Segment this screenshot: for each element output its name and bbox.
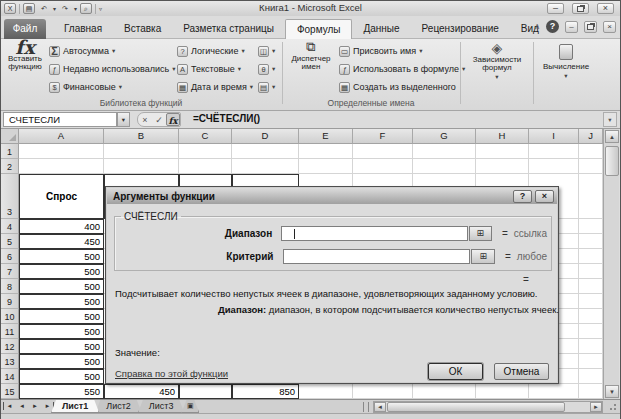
undo-icon[interactable]: ↶ bbox=[38, 3, 50, 14]
cell-A7[interactable]: 500 bbox=[19, 264, 104, 279]
cell-C1[interactable] bbox=[179, 144, 232, 159]
cell-A4[interactable]: 400 bbox=[19, 219, 104, 234]
sheet-tab-list3[interactable]: Лист3 bbox=[138, 400, 185, 413]
col-header-D[interactable]: D bbox=[232, 129, 299, 144]
cell-A15[interactable]: 550 bbox=[19, 384, 104, 399]
cell-F1[interactable] bbox=[353, 144, 413, 159]
range-input[interactable] bbox=[281, 226, 467, 241]
cell-J12[interactable] bbox=[579, 339, 603, 354]
function-help-link[interactable]: Справка по этой функции bbox=[115, 368, 228, 379]
cell-A3[interactable]: Спрос bbox=[19, 174, 104, 219]
col-header-A[interactable]: A bbox=[19, 129, 104, 144]
expand-formula-bar-icon[interactable]: ▾ bbox=[603, 112, 617, 127]
cell-B15[interactable]: 450 bbox=[104, 384, 179, 399]
redo-icon[interactable]: ↷ bbox=[59, 3, 71, 14]
logical-button[interactable]: ? Логические ▾ bbox=[177, 43, 245, 59]
customize-qat-arrow[interactable]: ▿ bbox=[99, 5, 102, 12]
col-header-I[interactable]: I bbox=[529, 129, 579, 144]
define-name-button[interactable]: ▭ Присвоить имя ▾ bbox=[339, 43, 422, 59]
resize-grip[interactable] bbox=[608, 402, 618, 412]
workbook-minimize-button[interactable]: – bbox=[565, 21, 578, 33]
calculation-button[interactable]: Вычисление ▾ bbox=[537, 41, 595, 80]
cell-C15[interactable] bbox=[179, 384, 232, 399]
tab-insert[interactable]: Вставка bbox=[113, 19, 172, 39]
print-preview-icon[interactable]: ⌕ bbox=[80, 3, 92, 14]
workbook-restore-button[interactable] bbox=[584, 21, 597, 33]
cell-J2[interactable] bbox=[579, 159, 603, 174]
name-box-dropdown-arrow[interactable]: ▾ bbox=[117, 112, 130, 127]
title-bar[interactable]: X ▤ ↶▾ ↷▾ ⌕ ▿ Книга1 - Microsoft Excel –… bbox=[1, 1, 620, 16]
tab-area-splitter[interactable] bbox=[363, 402, 369, 412]
cell-H1[interactable] bbox=[476, 144, 529, 159]
row-header-4[interactable]: 4 bbox=[1, 219, 19, 234]
math-trig-button[interactable]: θ ▾ bbox=[258, 61, 275, 77]
cell-A8[interactable]: 500 bbox=[19, 279, 104, 294]
cell-D15[interactable]: 850 bbox=[232, 384, 299, 399]
scroll-down-icon[interactable]: ▼ bbox=[605, 385, 619, 398]
formula-auditing-button[interactable]: ◈ Зависимости формул ▾ bbox=[464, 41, 530, 81]
row-header-9[interactable]: 9 bbox=[1, 294, 19, 309]
cell-J15[interactable] bbox=[579, 384, 603, 399]
sheet-tab-list1[interactable]: Лист1 bbox=[51, 400, 99, 413]
cell-I15[interactable] bbox=[529, 384, 579, 399]
scroll-right-icon[interactable]: ► bbox=[590, 402, 602, 412]
lookup-reference-button[interactable]: ◫ ▾ bbox=[258, 43, 275, 59]
cell-J1[interactable] bbox=[579, 144, 603, 159]
row-header-1[interactable]: 1 bbox=[1, 144, 19, 159]
insert-function-icon[interactable]: fx bbox=[166, 113, 180, 126]
cell-A1[interactable] bbox=[19, 144, 104, 159]
row-header-12[interactable]: 12 bbox=[1, 339, 19, 354]
ok-button[interactable]: ОК bbox=[428, 363, 483, 380]
cell-E15[interactable] bbox=[299, 384, 353, 399]
col-header-C[interactable]: C bbox=[179, 129, 232, 144]
insert-function-button[interactable]: fx Вставить функцию bbox=[5, 41, 45, 72]
row-header-3[interactable]: 3 bbox=[1, 174, 19, 219]
cell-A9[interactable]: 500 bbox=[19, 294, 104, 309]
row-header-10[interactable]: 10 bbox=[1, 309, 19, 324]
col-header-B[interactable]: B bbox=[104, 129, 179, 144]
horizontal-scrollbar[interactable]: ◄ ► bbox=[373, 401, 603, 413]
horizontal-scrollbar-thumb[interactable] bbox=[387, 402, 565, 412]
cancel-entry-icon[interactable]: × bbox=[138, 113, 152, 126]
cell-B2[interactable] bbox=[104, 159, 179, 174]
restore-button[interactable] bbox=[572, 3, 589, 14]
last-sheet-icon[interactable]: ► bbox=[42, 402, 54, 410]
cell-J3[interactable] bbox=[579, 174, 603, 219]
cell-J5[interactable] bbox=[579, 234, 603, 249]
scroll-up-icon[interactable]: ▲ bbox=[605, 130, 619, 143]
cell-G15[interactable] bbox=[413, 384, 476, 399]
row-header-8[interactable]: 8 bbox=[1, 279, 19, 294]
cell-J13[interactable] bbox=[579, 354, 603, 369]
cell-H2[interactable] bbox=[476, 159, 529, 174]
cell-J8[interactable] bbox=[579, 279, 603, 294]
next-sheet-icon[interactable]: ► bbox=[29, 401, 41, 412]
cell-J9[interactable] bbox=[579, 294, 603, 309]
undo-dropdown-arrow[interactable]: ▾ bbox=[53, 5, 56, 12]
row-header-11[interactable]: 11 bbox=[1, 324, 19, 339]
cell-E2[interactable] bbox=[299, 159, 353, 174]
row-header-14[interactable]: 14 bbox=[1, 369, 19, 384]
cell-D1[interactable] bbox=[232, 144, 299, 159]
tab-review[interactable]: Рецензирование bbox=[411, 19, 510, 39]
redo-dropdown-arrow[interactable]: ▾ bbox=[74, 5, 77, 12]
col-header-F[interactable]: F bbox=[353, 129, 413, 144]
cell-J14[interactable] bbox=[579, 369, 603, 384]
cell-J6[interactable] bbox=[579, 249, 603, 264]
col-header-J[interactable]: J bbox=[579, 129, 603, 144]
dialog-title-bar[interactable]: Аргументы функции ? × bbox=[107, 188, 557, 204]
cell-A13[interactable]: 500 bbox=[19, 354, 104, 369]
cell-B1[interactable] bbox=[104, 144, 179, 159]
collapse-ribbon-icon[interactable]: ∧ bbox=[534, 22, 540, 31]
range-select-icon[interactable]: ⊞ bbox=[469, 226, 492, 241]
cell-E1[interactable] bbox=[299, 144, 353, 159]
cell-I1[interactable] bbox=[529, 144, 579, 159]
row-header-7[interactable]: 7 bbox=[1, 264, 19, 279]
recently-used-button[interactable]: ƒ Недавно использовались ▾ bbox=[49, 61, 175, 77]
cell-C2[interactable] bbox=[179, 159, 232, 174]
previous-sheet-icon[interactable]: ◄ bbox=[16, 401, 28, 412]
col-header-G[interactable]: G bbox=[413, 129, 476, 144]
sheet-tab-list2[interactable]: Лист2 bbox=[95, 400, 142, 413]
cell-G1[interactable] bbox=[413, 144, 476, 159]
cell-A14[interactable]: 500 bbox=[19, 369, 104, 384]
col-header-H[interactable]: H bbox=[476, 129, 529, 144]
